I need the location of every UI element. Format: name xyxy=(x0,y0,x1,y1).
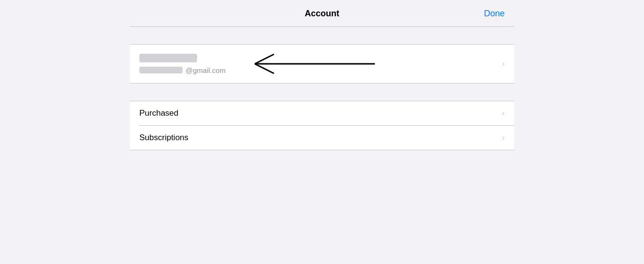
account-info: @gmail.com xyxy=(139,54,226,74)
bottom-spacer xyxy=(130,150,514,160)
done-button[interactable]: Done xyxy=(484,8,505,18)
account-card: @gmail.com › xyxy=(130,44,514,84)
svg-line-1 xyxy=(255,54,274,64)
arrow-icon xyxy=(226,52,380,76)
purchased-chevron: › xyxy=(502,109,505,118)
purchased-row[interactable]: Purchased › xyxy=(130,101,514,125)
svg-line-2 xyxy=(255,64,274,73)
email-row: @gmail.com xyxy=(139,66,226,74)
redacted-name-block xyxy=(139,54,197,62)
subscriptions-label: Subscriptions xyxy=(139,133,188,143)
subscriptions-chevron: › xyxy=(502,133,505,142)
account-chevron: › xyxy=(502,60,505,68)
page-title: Account xyxy=(305,9,339,19)
redacted-username-block xyxy=(139,67,183,73)
header: Account Done xyxy=(130,0,514,27)
arrow-annotation xyxy=(226,52,380,76)
top-spacer xyxy=(130,27,514,44)
menu-card: Purchased › Subscriptions › xyxy=(130,101,514,150)
purchased-label: Purchased xyxy=(139,108,178,118)
email-suffix: @gmail.com xyxy=(186,66,226,74)
subscriptions-row[interactable]: Subscriptions › xyxy=(130,126,514,150)
main-container: Account Done @gmail.com xyxy=(130,0,514,264)
middle-spacer xyxy=(130,84,514,101)
account-row[interactable]: @gmail.com › xyxy=(130,45,514,83)
